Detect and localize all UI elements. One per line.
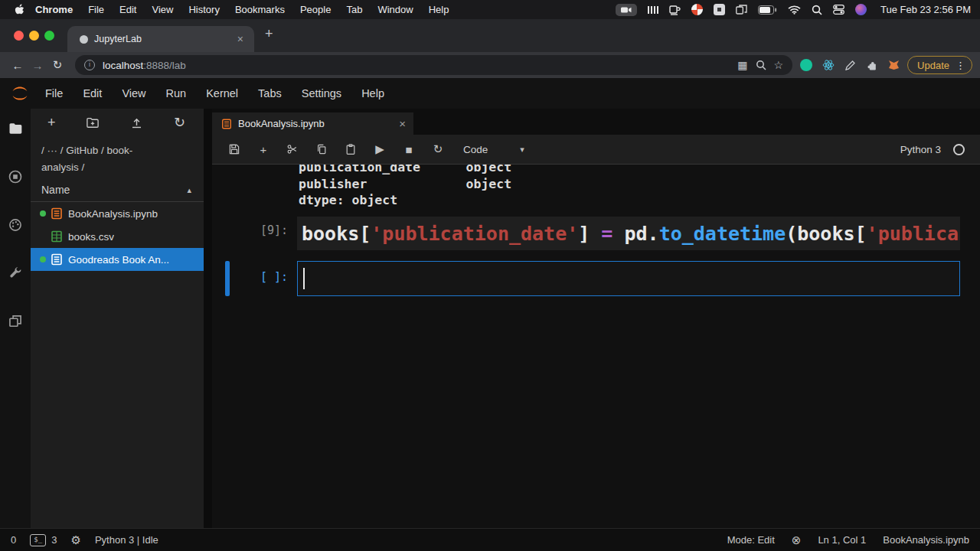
menu-tab[interactable]: Tab [338,4,370,15]
upload-button[interactable] [130,116,143,129]
name-column-header[interactable]: Name [41,184,70,196]
notebook-tab-close-icon[interactable]: × [399,117,406,130]
menu-bookmarks[interactable]: Bookmarks [227,4,292,15]
jl-menu-help[interactable]: Help [351,87,394,99]
jl-menu-run[interactable]: Run [156,87,197,99]
extensions-puzzle-icon[interactable] [866,59,878,71]
coffee-app-icon[interactable] [669,5,681,15]
address-bar[interactable]: i localhost:8888/lab ▦ ☆ [75,55,792,75]
reload-icon[interactable]: ↻ [47,58,67,72]
bookmark-star-icon[interactable]: ☆ [774,59,784,71]
menubar-clock[interactable]: Tue Feb 23 2:56 PM [880,4,971,15]
kernel-status-text[interactable]: Python 3 | Idle [95,534,158,546]
code-line: books['publication_date'] = pd.to_dateti… [297,223,959,245]
jl-menu-view[interactable]: View [112,87,155,99]
refresh-file-list-button[interactable]: ↻ [174,114,185,131]
recorder-app-icon[interactable] [691,4,703,15]
control-center-icon[interactable] [833,5,844,15]
menu-view[interactable]: View [144,4,181,15]
cursor-position[interactable]: Ln 1, Col 1 [818,534,866,546]
open-tabs-tab-icon[interactable] [8,314,23,329]
restart-kernel-button[interactable]: ↻ [423,142,452,156]
save-button[interactable] [220,143,249,155]
close-window-button[interactable] [14,31,24,41]
property-inspector-tab-icon[interactable] [8,266,23,281]
code-cell-executed[interactable]: [9]: books['publication_date'] = pd.to_d… [212,217,980,250]
notifications-count[interactable]: 0 [11,534,16,546]
add-cell-button[interactable]: + [249,143,278,156]
url-text[interactable]: localhost:8888/lab [103,60,730,71]
browser-toolbar: ← → ↻ i localhost:8888/lab ▦ ☆ [0,52,980,78]
pen-extension-icon[interactable] [844,60,856,71]
reading-mode-icon[interactable]: ▦ [737,59,747,71]
active-cell-indicator[interactable] [225,261,230,296]
code-editor[interactable]: books['publication_date'] = pd.to_dateti… [297,217,960,250]
screen-record-indicator-icon[interactable] [616,4,637,16]
interrupt-kernel-button[interactable]: ■ [394,143,423,156]
minimize-window-button[interactable] [29,31,39,41]
jl-menu-tabs[interactable]: Tabs [248,87,292,99]
stage-manager-icon[interactable] [736,5,747,15]
chevron-down-icon[interactable]: ▾ [520,145,524,155]
notebook-content[interactable]: publication_date object publisher object… [212,165,980,528]
cut-cell-button[interactable] [278,143,307,155]
notebook-toolbar: + ▶ ■ ↻ Code ▾ Python 3 [212,135,980,165]
back-icon[interactable]: ← [8,59,28,72]
code-cell-active-empty[interactable]: [ ]: [212,261,980,296]
jl-menu-settings[interactable]: Settings [292,87,351,99]
tab-close-icon[interactable]: × [234,33,247,45]
active-file-name[interactable]: BookAnalysis.ipynb [883,534,969,546]
fox-extension-icon[interactable] [888,60,900,70]
atom-extension-icon[interactable] [822,59,835,71]
run-cell-button[interactable]: ▶ [365,142,394,156]
mode-indicator[interactable]: Mode: Edit [727,534,775,546]
zoom-icon[interactable] [756,60,766,70]
notebook-tab[interactable]: BookAnalysis.ipynb × [212,112,413,135]
spotlight-search-icon[interactable] [812,5,822,15]
battery-icon[interactable] [758,5,777,15]
menu-help[interactable]: Help [421,4,457,15]
file-browser-tab-icon[interactable] [8,121,23,136]
breadcrumb[interactable]: / ··· / GitHub / book-analysis / [31,136,170,178]
running-kernels-tab-icon[interactable] [8,169,23,184]
wifi-icon[interactable] [788,5,801,15]
menu-app-name[interactable]: Chrome [28,4,80,15]
new-tab-button[interactable]: + [265,26,273,42]
jl-menu-file[interactable]: File [35,87,73,99]
file-list-header[interactable]: Name ▴ [31,178,204,202]
file-row-bookscsv[interactable]: books.csv [31,225,204,248]
grammarly-extension-icon[interactable] [800,59,812,71]
commands-palette-tab-icon[interactable] [8,217,23,233]
forward-icon[interactable]: → [28,59,47,72]
chrome-update-button[interactable]: Update ⋮ [907,56,972,74]
window-manager-icon[interactable] [648,6,658,14]
menu-history[interactable]: History [181,4,227,15]
browser-tab[interactable]: JupyterLab × [67,26,254,52]
menu-edit[interactable]: Edit [112,4,144,15]
paste-cell-button[interactable] [336,143,365,155]
new-launcher-button[interactable]: + [47,115,56,131]
jl-menu-edit[interactable]: Edit [73,87,112,99]
gear-icon[interactable]: ⚙ [70,533,80,547]
terminals-indicator[interactable]: $_ 3 [30,534,57,546]
kernel-status-icon[interactable] [953,144,965,155]
apple-logo-icon[interactable] [14,4,24,16]
file-row-goodreads[interactable]: Goodreads Book An... [31,248,204,271]
menu-people[interactable]: People [292,4,338,15]
menu-file[interactable]: File [80,4,112,15]
active-code-editor[interactable] [297,261,960,296]
menu-window[interactable]: Window [370,4,420,15]
browser-menu-icon[interactable]: ⋮ [956,60,965,71]
zoom-window-button[interactable] [44,31,54,41]
utility-app-icon[interactable] [714,4,725,15]
panel-splitter[interactable] [204,109,212,528]
jl-menu-kernel[interactable]: Kernel [196,87,248,99]
file-row-bookanalysis[interactable]: BookAnalysis.ipynb [31,202,204,225]
site-info-icon[interactable]: i [84,60,95,70]
kernel-name-button[interactable]: Python 3 [900,144,941,155]
new-folder-button[interactable] [86,116,100,129]
kernel-indicator-icon[interactable]: ⊗ [792,533,802,547]
copy-cell-button[interactable] [307,143,336,155]
siri-icon[interactable] [855,4,867,15]
cell-type-dropdown[interactable]: Code [463,144,488,155]
